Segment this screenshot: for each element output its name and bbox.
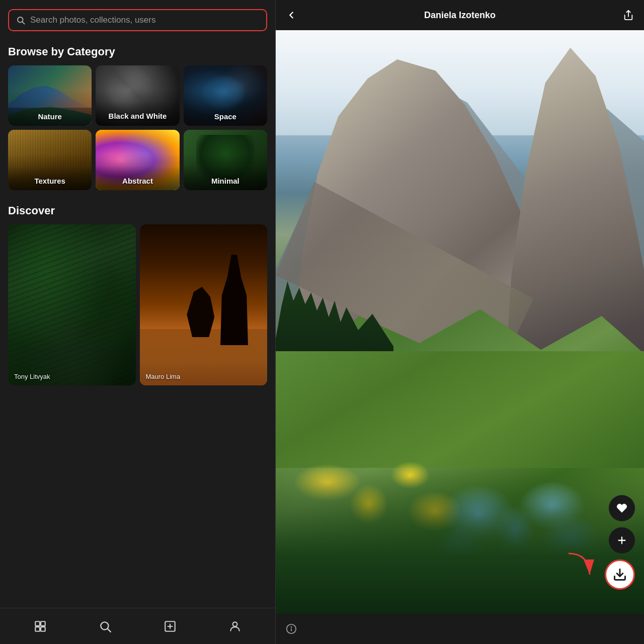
svg-rect-4: [36, 627, 40, 631]
discover-item-tony[interactable]: Tony Litvyak: [8, 224, 136, 385]
category-label-nature: Nature: [8, 112, 92, 121]
photo-container: [276, 30, 644, 614]
add-button[interactable]: [609, 527, 635, 553]
svg-rect-2: [36, 621, 40, 626]
action-buttons: [609, 495, 635, 553]
nav-home[interactable]: [28, 614, 53, 639]
category-label-bw: Black and White: [96, 111, 179, 121]
category-label-space: Space: [184, 112, 267, 121]
nav-add[interactable]: [157, 614, 183, 639]
photo-title: Daniela Izotenko: [424, 10, 496, 21]
search-placeholder: Search photos, collections, users: [30, 15, 259, 25]
category-label-minimal: Minimal: [184, 177, 267, 185]
discover-item-mauro[interactable]: Mauro Lima: [140, 224, 268, 385]
like-button[interactable]: [609, 495, 635, 521]
bottom-nav: [0, 608, 275, 644]
category-item-bw[interactable]: Black and White: [96, 65, 179, 126]
svg-line-1: [22, 22, 24, 24]
discover-title: Discover: [8, 204, 267, 217]
category-item-nature[interactable]: Nature: [8, 65, 92, 126]
discover-author-tony: Tony Litvyak: [14, 373, 50, 380]
category-item-textures[interactable]: Textures: [8, 130, 92, 190]
left-panel: Search photos, collections, users Browse…: [0, 0, 276, 644]
category-item-abstract[interactable]: Abstract: [96, 130, 179, 190]
nav-profile[interactable]: [222, 614, 248, 639]
discover-grid: Tony Litvyak Mauro Lima: [8, 224, 267, 608]
right-panel: Daniela Izotenko: [276, 0, 644, 644]
photo-footer: [276, 614, 644, 644]
svg-rect-5: [41, 627, 45, 631]
info-button[interactable]: [286, 623, 297, 634]
category-label-abstract: Abstract: [96, 177, 179, 185]
back-button[interactable]: [286, 10, 306, 21]
photo-header: Daniela Izotenko: [276, 0, 644, 30]
nav-search[interactable]: [93, 614, 118, 639]
search-bar[interactable]: Search photos, collections, users: [8, 9, 267, 31]
category-label-textures: Textures: [8, 177, 92, 185]
download-button[interactable]: [605, 559, 635, 590]
svg-point-11: [232, 622, 237, 626]
category-grid: Nature Black and White Space: [8, 65, 267, 190]
search-icon: [16, 16, 25, 25]
svg-rect-3: [41, 621, 45, 626]
category-item-space[interactable]: Space: [184, 65, 267, 126]
share-button[interactable]: [614, 10, 634, 21]
mountain-photo: [276, 30, 644, 614]
svg-line-7: [108, 628, 111, 631]
category-item-minimal[interactable]: Minimal: [184, 130, 267, 190]
browse-title: Browse by Category: [8, 45, 267, 58]
discover-author-mauro: Mauro Lima: [146, 373, 181, 380]
